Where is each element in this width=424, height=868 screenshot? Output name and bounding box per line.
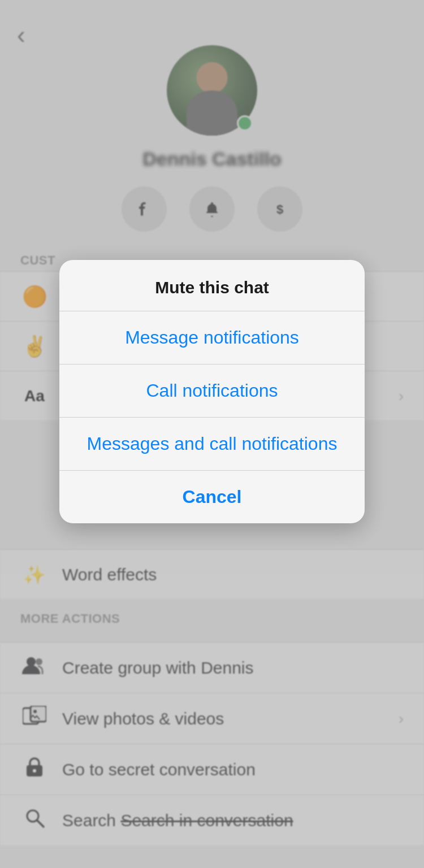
cancel-button[interactable]: Cancel	[59, 471, 365, 523]
call-notifications-option[interactable]: Call notifications	[59, 364, 365, 417]
message-notifications-option[interactable]: Message notifications	[59, 311, 365, 364]
modal-overlay[interactable]: Mute this chat Message notifications Cal…	[0, 0, 424, 868]
modal-title: Mute this chat	[59, 260, 365, 311]
mute-chat-modal: Mute this chat Message notifications Cal…	[59, 260, 365, 523]
messages-and-call-notifications-option[interactable]: Messages and call notifications	[59, 418, 365, 470]
